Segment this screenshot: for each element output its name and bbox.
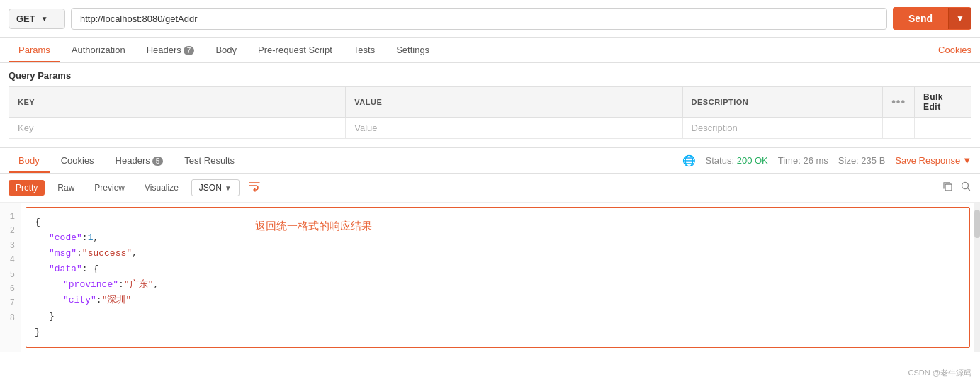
send-dropdown-button[interactable]: ▼ — [948, 8, 971, 29]
tab-settings[interactable]: Settings — [386, 38, 439, 62]
tab-authorization[interactable]: Authorization — [62, 38, 135, 62]
status-key-label: Status: — [706, 155, 734, 166]
annotation-text: 返回统一格式的响应结果 — [255, 220, 372, 233]
format-pretty[interactable]: Pretty — [9, 180, 45, 196]
status-value: 200 OK — [737, 155, 768, 166]
time-value: 26 ms — [803, 155, 828, 166]
code-line-6: "city" : "深圳" — [35, 293, 961, 308]
table-row: Key Value Description — [9, 118, 971, 139]
type-chevron-icon: ▼ — [225, 184, 232, 192]
code-line-7: } — [35, 309, 961, 324]
code-editor: { "code" : 1 , "msg" : "success" , "data… — [26, 207, 970, 348]
response-format-bar: Pretty Raw Preview Visualize JSON ▼ — [0, 174, 980, 203]
resp-tab-cookies[interactable]: Cookies — [51, 148, 104, 173]
tab-prerequest[interactable]: Pre-request Script — [248, 38, 342, 62]
code-line-3: "msg" : "success" , — [35, 246, 961, 261]
format-raw[interactable]: Raw — [50, 180, 81, 196]
type-selector[interactable]: JSON ▼ — [191, 179, 240, 196]
tab-body[interactable]: Body — [205, 38, 247, 62]
size-value: 235 B — [861, 155, 885, 166]
col-description: DESCRIPTION — [682, 87, 883, 118]
bulkedit-cell — [915, 118, 971, 139]
col-bulk-edit: Bulk Edit — [915, 87, 971, 118]
line-numbers: 1 2 3 4 5 6 7 8 — [0, 203, 21, 352]
code-line-1: { — [35, 215, 961, 230]
size-key-label: Size: — [838, 155, 859, 166]
code-line-4: "data" : { — [35, 261, 961, 277]
params-table: KEY VALUE DESCRIPTION ••• Bulk Edit Key … — [9, 86, 971, 139]
tab-tests[interactable]: Tests — [344, 38, 385, 62]
url-input[interactable] — [71, 8, 887, 30]
search-icon[interactable] — [960, 181, 971, 195]
resp-headers-badge: 5 — [152, 157, 164, 166]
tab-params[interactable]: Params — [9, 38, 60, 62]
send-button-group: Send ▼ — [893, 7, 971, 30]
col-key: KEY — [9, 87, 346, 118]
code-line-5: "province" : "广东" , — [35, 277, 961, 293]
top-bar: GET ▼ Send ▼ — [0, 0, 980, 38]
format-visualize[interactable]: Visualize — [137, 180, 186, 196]
scrollbar-thumb[interactable] — [974, 210, 980, 238]
response-tabs: Body Cookies Headers5 Test Results 🌐 Sta… — [0, 148, 980, 174]
response-status: 🌐 Status: 200 OK Time: 26 ms Size: 235 B… — [682, 154, 971, 167]
method-select[interactable]: GET ▼ — [9, 9, 65, 29]
format-actions — [942, 181, 971, 195]
value-cell[interactable]: Value — [346, 118, 682, 139]
query-params-section: Query Params KEY VALUE DESCRIPTION ••• B… — [0, 63, 980, 139]
code-line-2: "code" : 1 , — [35, 230, 961, 246]
request-tabs: Params Authorization Headers7 Body Pre-r… — [0, 38, 980, 63]
save-response-button[interactable]: Save Response ▼ — [895, 155, 971, 166]
resp-tab-test-results[interactable]: Test Results — [174, 148, 244, 173]
time-key-label: Time: — [778, 155, 801, 166]
key-cell[interactable]: Key — [9, 118, 346, 139]
description-cell[interactable]: Description — [682, 118, 883, 139]
tab-headers[interactable]: Headers7 — [137, 38, 205, 62]
svg-rect-0 — [945, 184, 952, 191]
resp-tab-body[interactable]: Body — [9, 148, 50, 173]
scrollbar-track[interactable] — [974, 203, 980, 352]
col-dots: ••• — [883, 87, 915, 118]
method-chevron-icon: ▼ — [41, 15, 48, 23]
col-value: VALUE — [346, 87, 682, 118]
format-preview[interactable]: Preview — [87, 180, 132, 196]
query-params-title: Query Params — [9, 70, 971, 81]
headers-badge: 7 — [184, 46, 195, 55]
response-body: 1 2 3 4 5 6 7 8 { "code" : 1 , "msg" : "… — [0, 203, 980, 352]
wrap-icon[interactable] — [248, 180, 261, 196]
dots-cell — [883, 118, 915, 139]
response-area: Body Cookies Headers5 Test Results 🌐 Sta… — [0, 148, 980, 352]
globe-icon: 🌐 — [682, 154, 696, 167]
code-line-8: } — [35, 324, 961, 340]
copy-icon[interactable] — [942, 181, 953, 195]
cookies-link[interactable]: Cookies — [938, 45, 971, 55]
send-button[interactable]: Send — [893, 7, 948, 30]
method-label: GET — [16, 13, 35, 24]
resp-tab-headers[interactable]: Headers5 — [106, 148, 174, 173]
